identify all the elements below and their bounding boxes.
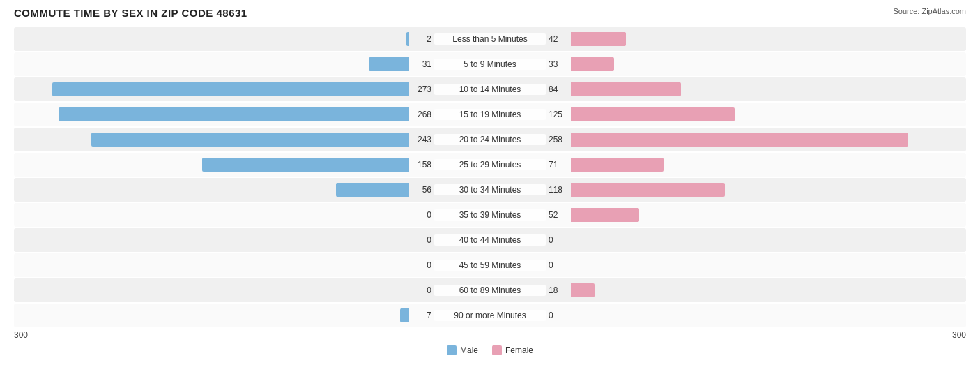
female-value: 118 — [546, 185, 571, 195]
female-bar — [571, 57, 614, 71]
male-bar — [91, 133, 409, 147]
female-value: 33 — [546, 59, 571, 69]
male-swatch — [447, 345, 457, 355]
row-label: 25 to 29 Minutes — [434, 159, 546, 170]
female-value: 0 — [546, 260, 571, 270]
female-bar-wrapper — [571, 107, 966, 121]
right-section: 18 — [546, 278, 966, 302]
row-label: 35 to 39 Minutes — [434, 209, 546, 221]
female-bar-wrapper — [571, 57, 966, 71]
bar-container: 243 20 to 24 Minutes 258 — [14, 128, 966, 151]
male-bar — [202, 158, 409, 172]
male-value: 273 — [409, 84, 434, 94]
right-section: 71 — [546, 153, 966, 177]
male-bar-wrapper — [14, 183, 409, 197]
male-value: 2 — [409, 34, 434, 44]
male-value: 56 — [409, 185, 434, 195]
left-section: 0 — [14, 278, 434, 302]
chart-area: 2 Less than 5 Minutes 42 31 5 — [14, 27, 966, 327]
bar-container: 0 60 to 89 Minutes 18 — [14, 278, 966, 302]
female-value: 71 — [546, 160, 571, 170]
chart-row: 31 5 to 9 Minutes 33 — [14, 52, 966, 76]
female-value: 258 — [546, 135, 571, 144]
right-section: 0 — [546, 228, 966, 252]
left-section: 2 — [14, 27, 434, 51]
male-bar — [369, 57, 409, 71]
left-section: 31 — [14, 52, 434, 76]
male-bar — [336, 183, 409, 197]
chart-row: 56 30 to 34 Minutes 118 — [14, 178, 966, 202]
male-bar — [59, 107, 409, 121]
female-value: 42 — [546, 34, 571, 44]
female-bar-wrapper — [571, 32, 966, 46]
left-section: 273 — [14, 77, 434, 101]
female-swatch — [492, 345, 502, 355]
chart-row: 158 25 to 29 Minutes 71 — [14, 153, 966, 177]
right-section: 33 — [546, 52, 966, 76]
male-bar-wrapper — [14, 258, 409, 272]
male-value: 0 — [409, 210, 434, 220]
row-label: 40 to 44 Minutes — [434, 234, 546, 246]
bar-container: 0 35 to 39 Minutes 52 — [14, 203, 966, 227]
right-section: 0 — [546, 304, 966, 327]
bar-container: 0 40 to 44 Minutes 0 — [14, 228, 966, 252]
male-value: 243 — [409, 135, 434, 144]
male-bar-wrapper — [14, 133, 409, 147]
right-section: 258 — [546, 128, 966, 151]
female-bar-wrapper — [571, 308, 966, 322]
legend-male: Male — [447, 345, 478, 355]
scale-row: 300 300 — [14, 330, 966, 340]
male-bar-wrapper — [14, 233, 409, 247]
female-bar-wrapper — [571, 133, 966, 147]
row-label: Less than 5 Minutes — [434, 33, 546, 45]
row-label: 30 to 34 Minutes — [434, 184, 546, 195]
male-value: 268 — [409, 110, 434, 119]
chart-title: COMMUTE TIME BY SEX IN ZIP CODE 48631 — [14, 7, 247, 19]
male-bar-wrapper — [14, 308, 409, 322]
bar-container: 7 90 or more Minutes 0 — [14, 304, 966, 327]
female-bar-wrapper — [571, 183, 966, 197]
bar-container: 158 25 to 29 Minutes 71 — [14, 153, 966, 177]
male-bar-wrapper — [14, 158, 409, 172]
row-label: 90 or more Minutes — [434, 310, 546, 321]
female-label: Female — [505, 345, 533, 355]
bar-container: 31 5 to 9 Minutes 33 — [14, 52, 966, 76]
bar-container: 2 Less than 5 Minutes 42 — [14, 27, 966, 51]
female-bar-wrapper — [571, 158, 966, 172]
left-section: 268 — [14, 103, 434, 126]
left-section: 158 — [14, 153, 434, 177]
female-bar — [571, 107, 735, 121]
female-bar — [571, 183, 725, 197]
female-bar-wrapper — [571, 208, 966, 222]
left-section: 7 — [14, 304, 434, 327]
right-section: 84 — [546, 77, 966, 101]
male-bar-wrapper — [14, 107, 409, 121]
bar-container: 56 30 to 34 Minutes 118 — [14, 178, 966, 202]
male-value: 7 — [409, 311, 434, 320]
male-value: 158 — [409, 160, 434, 170]
legend-female: Female — [492, 345, 533, 355]
chart-row: 0 45 to 59 Minutes 0 — [14, 253, 966, 277]
scale-right: 300 — [952, 330, 966, 340]
male-bar — [400, 308, 409, 322]
male-label: Male — [460, 345, 478, 355]
female-bar-wrapper — [571, 258, 966, 272]
source-text: Source: ZipAtlas.com — [893, 7, 966, 15]
male-bar-wrapper — [14, 57, 409, 71]
male-value: 0 — [409, 235, 434, 245]
male-value: 31 — [409, 59, 434, 69]
chart-row: 243 20 to 24 Minutes 258 — [14, 128, 966, 151]
female-bar — [571, 208, 639, 222]
female-bar-wrapper — [571, 82, 966, 96]
female-value: 0 — [546, 311, 571, 320]
chart-row: 7 90 or more Minutes 0 — [14, 304, 966, 327]
left-section: 0 — [14, 228, 434, 252]
left-section: 0 — [14, 203, 434, 227]
bar-container: 268 15 to 19 Minutes 125 — [14, 103, 966, 126]
row-label: 60 to 89 Minutes — [434, 285, 546, 296]
right-section: 118 — [546, 178, 966, 202]
female-value: 18 — [546, 285, 571, 295]
male-bar-wrapper — [14, 32, 409, 46]
right-section: 125 — [546, 103, 966, 126]
female-bar-wrapper — [571, 233, 966, 247]
